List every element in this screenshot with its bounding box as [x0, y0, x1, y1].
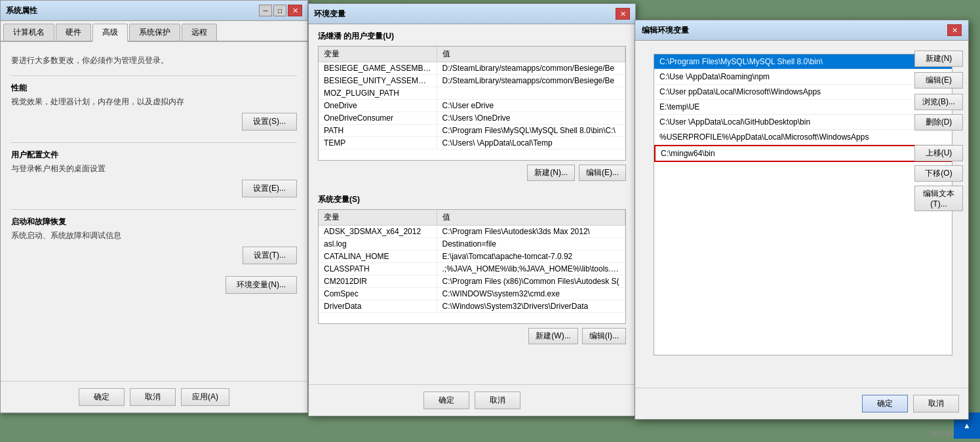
sys-var-row[interactable]: CM2012DIRC:\Program Files (x86)\Common F…: [319, 275, 625, 288]
sys-props-titlebar: 系统属性 ─ □ ✕: [1, 1, 307, 21]
sys-var-name: ComSpec: [319, 288, 437, 300]
sys-cancel-btn[interactable]: 取消: [130, 388, 176, 406]
edit-cancel-btn[interactable]: 取消: [913, 395, 959, 412]
edit-ok-btn[interactable]: 确定: [862, 395, 908, 412]
tab-computer-name[interactable]: 计算机名: [3, 24, 54, 41]
sys-apply-btn[interactable]: 应用(A): [181, 388, 229, 406]
user-var-row[interactable]: BESIEGE_UNITY_ASSEMBL...D:/SteamLibrary/…: [319, 75, 625, 87]
edit-env-title: 编辑环境变量: [642, 25, 689, 36]
user-edit-btn[interactable]: 编辑(E)...: [579, 165, 626, 181]
system-properties-window: 系统属性 ─ □ ✕ 计算机名 硬件 高级 系统保护 远程 要进行大多数更改，你…: [0, 0, 308, 413]
sys-vars-table: 变量 值 ADSK_3DSMAX_x64_2012C:\Program File…: [319, 210, 625, 313]
sys-props-minimize[interactable]: ─: [259, 5, 272, 16]
sys-var-row[interactable]: DriverDataC:\Windows\System32\Drivers\Dr…: [319, 300, 625, 313]
env-ok-btn[interactable]: 确定: [423, 392, 469, 409]
sidebar-btn-5[interactable]: 下移(O): [914, 165, 963, 182]
sys-props-close[interactable]: ✕: [288, 5, 302, 16]
startup-section: 启动和故障恢复 系统启动、系统故障和调试信息 设置(T)...: [11, 209, 297, 264]
sys-var-value: C:\Windows\System32\Drivers\DriverData: [437, 300, 625, 313]
tab-sys-protect[interactable]: 系统保护: [129, 24, 180, 41]
user-var-value: D:/SteamLibrary/steamapps/common/Besiege…: [437, 62, 625, 75]
sys-var-row[interactable]: ADSK_3DSMAX_x64_2012C:\Program Files\Aut…: [319, 226, 625, 238]
sys-col-var: 变量: [319, 210, 437, 226]
sys-new-btn[interactable]: 新建(W)...: [528, 328, 578, 344]
user-var-row[interactable]: OneDriveConsumerC:\Users \OneDrive: [319, 112, 625, 125]
user-var-value: C:\Users\ \AppData\Local\Temp: [437, 137, 625, 150]
user-profile-section: 用户配置文件 与登录帐户相关的桌面设置 设置(E)...: [11, 142, 297, 197]
path-item[interactable]: C:\Use \AppData\Roaming\npm: [654, 70, 952, 85]
sys-var-name: ADSK_3DSMAX_x64_2012: [319, 226, 437, 238]
edit-env-titlebar: 编辑环境变量 ✕: [635, 20, 968, 41]
tab-hardware[interactable]: 硬件: [56, 24, 91, 41]
sidebar-btn-6[interactable]: 编辑文本(T)...: [914, 186, 963, 211]
user-var-row[interactable]: PATHC:\Program Files\MySQL\MySQL Shell 8…: [319, 125, 625, 137]
user-var-row[interactable]: TEMPC:\Users\ \AppData\Local\Temp: [319, 137, 625, 150]
user-profile-desc: 与登录帐户相关的桌面设置: [11, 163, 297, 174]
user-vars-table: 变量 值 BESIEGE_GAME_ASSEMBL...D:/SteamLibr…: [319, 47, 625, 150]
edit-env-body: C:\Program Files\MySQL\MySQL Shell 8.0\b…: [635, 41, 968, 369]
sys-edit-btn[interactable]: 编辑(I)...: [582, 328, 626, 344]
sys-var-row[interactable]: asl.logDestination=file: [319, 238, 625, 251]
tab-advanced[interactable]: 高级: [92, 24, 128, 42]
path-item[interactable]: C:\Program Files\MySQL\MySQL Shell 8.0\b…: [654, 54, 952, 70]
path-item[interactable]: C:\User \AppData\Local\GitHubDesktop\bin: [654, 115, 952, 130]
sys-vars-table-container[interactable]: 变量 值 ADSK_3DSMAX_x64_2012C:\Program File…: [318, 209, 626, 324]
sys-props-footer: 确定 取消 应用(A): [1, 381, 307, 412]
startup-settings-btn[interactable]: 设置(T)...: [243, 247, 297, 264]
env-vars-footer: 确定 取消: [309, 384, 635, 416]
sys-var-row[interactable]: CLASSPATH.;%JAVA_HOME%\lib;%JAVA_HOME%\l…: [319, 263, 625, 275]
user-var-value: D:/SteamLibrary/steamapps/common/Besiege…: [437, 75, 625, 87]
user-var-row[interactable]: MOZ_PLUGIN_PATH: [319, 87, 625, 100]
env-vars-close[interactable]: ✕: [616, 8, 630, 20]
sidebar-btn-2[interactable]: 浏览(B)...: [914, 94, 963, 110]
sys-props-maximize[interactable]: □: [273, 5, 286, 16]
path-list-container[interactable]: C:\Program Files\MySQL\MySQL Shell 8.0\b…: [654, 54, 952, 355]
path-item[interactable]: C:\User ppData\Local\Microsoft\WindowsAp…: [654, 85, 952, 100]
tab-remote[interactable]: 远程: [182, 24, 217, 41]
user-vars-title: 汤继潘 的用户变量(U): [318, 31, 626, 42]
user-new-btn[interactable]: 新建(N)...: [527, 165, 575, 181]
sys-var-row[interactable]: CATALINA_HOMEE:\java\Tomcat\apache-tomca…: [319, 251, 625, 263]
edit-env-close[interactable]: ✕: [947, 24, 962, 36]
performance-title: 性能: [11, 83, 297, 94]
user-profile-settings-btn[interactable]: 设置(E)...: [242, 180, 297, 197]
performance-settings-btn[interactable]: 设置(S)...: [242, 113, 297, 131]
user-vars-table-container[interactable]: 变量 值 BESIEGE_GAME_ASSEMBL...D:/SteamLibr…: [318, 46, 626, 161]
user-var-row[interactable]: BESIEGE_GAME_ASSEMBL...D:/SteamLibrary/s…: [319, 62, 625, 75]
env-vars-title: 环境变量: [314, 9, 345, 20]
edit-env-controls: ✕: [947, 24, 962, 36]
user-var-row[interactable]: OneDriveC:\User eDrive: [319, 100, 625, 112]
env-cancel-btn[interactable]: 取消: [475, 392, 520, 409]
sys-props-info: 要进行大多数更改，你必须作为管理员登录。: [11, 55, 297, 66]
sys-var-value: E:\java\Tomcat\apache-tomcat-7.0.92: [437, 251, 625, 263]
sys-var-value: C:\WINDOWS\system32\cmd.exe: [437, 288, 625, 300]
edit-env-sidebar: 新建(N)编辑(E)浏览(B)...删除(D)上移(U)下移(O)编辑文本(T)…: [909, 44, 968, 218]
path-item[interactable]: C:\mingw64\bin: [654, 145, 952, 162]
user-col-val: 值: [437, 47, 625, 62]
sys-ok-btn[interactable]: 确定: [79, 388, 125, 406]
user-var-name: OneDriveConsumer: [319, 112, 437, 125]
user-vars-section: 汤继潘 的用户变量(U) 变量 值 BESIEGE_GAME_ASSEMBL..…: [318, 24, 626, 188]
sys-vars-title: 系统变量(S): [318, 194, 626, 205]
sys-var-name: asl.log: [319, 238, 437, 251]
sidebar-btn-3[interactable]: 删除(D): [914, 114, 963, 131]
path-item[interactable]: %USERPROFILE%\AppData\Local\Microsoft\Wi…: [654, 130, 952, 145]
blue-icon-symbol: ▲: [963, 421, 971, 430]
edit-env-footer: 确定 取消: [635, 388, 968, 419]
user-var-name: PATH: [319, 125, 437, 137]
sidebar-btn-1[interactable]: 编辑(E): [914, 72, 963, 89]
sys-var-row[interactable]: ComSpecC:\WINDOWS\system32\cmd.exe: [319, 288, 625, 300]
sys-props-content: 要进行大多数更改，你必须作为管理员登录。 性能 视觉效果，处理器计划，内存使用，…: [1, 42, 307, 302]
sys-var-name: DriverData: [319, 300, 437, 313]
user-var-value: C:\Users \OneDrive: [437, 112, 625, 125]
sidebar-btn-4[interactable]: 上移(U): [914, 145, 963, 161]
sys-var-value: C:\Program Files\Autodesk\3ds Max 2012\: [437, 226, 625, 238]
sidebar-btn-0[interactable]: 新建(N): [914, 50, 963, 67]
sys-var-name: CLASSPATH: [319, 263, 437, 275]
user-profile-title: 用户配置文件: [11, 150, 297, 161]
user-var-name: BESIEGE_GAME_ASSEMBL...: [319, 62, 437, 75]
env-vars-btn[interactable]: 环境变量(N)...: [225, 276, 297, 294]
sys-var-value: .;%JAVA_HOME%\lib;%JAVA_HOME%\lib\tools.…: [437, 263, 625, 275]
path-item[interactable]: E:\temp\UE: [654, 100, 952, 115]
startup-title: 启动和故障恢复: [11, 216, 297, 228]
